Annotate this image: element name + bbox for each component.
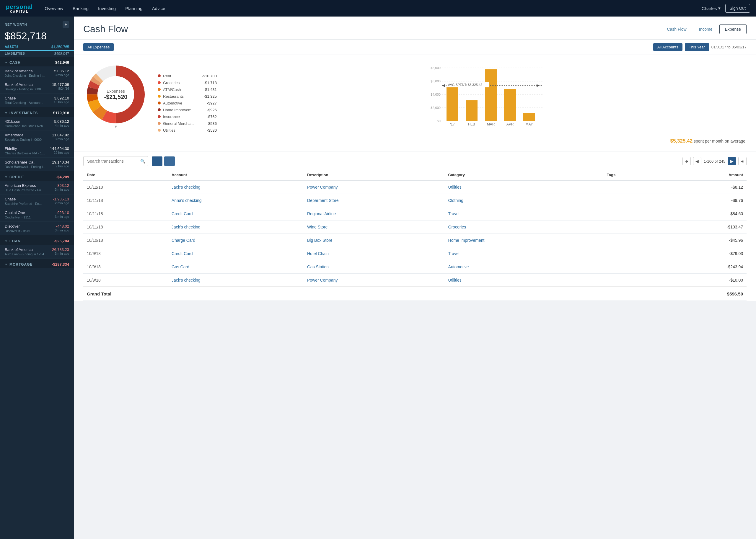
add-account-button[interactable]: + — [63, 21, 69, 28]
this-year-filter[interactable]: This Year — [685, 43, 709, 51]
legend-amount: -$10,700 — [202, 74, 217, 78]
account-name: Bank of America — [5, 69, 33, 73]
legend-item-general-merch: General Mercha... -$536 — [158, 121, 217, 126]
investments-section-title: INVESTMENTS — [5, 111, 38, 115]
nav-advice[interactable]: Advice — [152, 6, 165, 11]
cell-account: Credit Card — [168, 247, 303, 260]
user-menu[interactable]: Charles ▾ — [702, 6, 720, 11]
all-accounts-filter[interactable]: All Accounts — [653, 43, 683, 51]
sidebar-section-mortgage[interactable]: MORTGAGE -$287,334 — [0, 259, 74, 268]
legend-name: General Mercha... — [163, 121, 205, 126]
sidebar-section-credit[interactable]: CREDIT -$4,209 — [0, 171, 74, 181]
legend-amount: -$926 — [207, 108, 217, 112]
svg-text:$0: $0 — [437, 119, 441, 123]
account-capital-one[interactable]: Capital One -923.10 Quicksilver - 1111 3… — [0, 208, 74, 222]
account-time: 2 min ago — [55, 201, 69, 205]
liabilities-label: LIABILITIES — [5, 52, 25, 56]
cell-category: Utilities — [445, 273, 603, 287]
logo-capital: CAPITAL — [6, 10, 33, 13]
account-name: Capital One — [5, 210, 25, 215]
page-first-button[interactable]: ⏮ — [683, 157, 691, 165]
cell-description: Power Company — [303, 180, 445, 194]
avg-label-text: AVG SPENT: $5,325.42 — [448, 83, 482, 87]
list-view-button[interactable] — [152, 156, 162, 166]
table-row[interactable]: 10/12/18 Jack's checking Power Company U… — [83, 180, 747, 194]
account-ameritrade[interactable]: Ameritrade 11,047.92 Securities Ending i… — [0, 130, 74, 144]
table-row[interactable]: 10/9/18 Jack's checking Power Company Ut… — [83, 273, 747, 287]
cell-category: Clothing — [445, 194, 603, 207]
bar-apr — [504, 89, 516, 121]
mortgage-section-title: MORTGAGE — [5, 263, 33, 267]
account-boa-checking[interactable]: Bank of America 5,036.12 Joint Checking … — [0, 66, 74, 80]
cell-amount: -$84.60 — [661, 207, 747, 220]
cell-category: Utilities — [445, 180, 603, 194]
sidebar-section-cash[interactable]: CASH $42,946 — [0, 57, 74, 66]
cell-category: Automotive — [445, 260, 603, 273]
account-sub: Discover It - 9876 — [5, 229, 30, 233]
account-name: Ameritrade — [5, 133, 24, 137]
account-boa-loan[interactable]: Bank of America -26,783.23 Auto Loan - E… — [0, 245, 74, 259]
signout-button[interactable]: Sign Out — [725, 4, 750, 13]
account-name: 401k.com — [5, 119, 21, 124]
donut-center: Expenses -$21,520 — [104, 89, 127, 100]
cell-category: Home Improvement — [445, 234, 603, 247]
table-row[interactable]: 10/10/18 Charge Card Big Box Store Home … — [83, 234, 747, 247]
page-title: Cash Flow — [83, 24, 128, 35]
table-row[interactable]: 10/9/18 Credit Card Hotel Chain Travel -… — [83, 247, 747, 260]
legend-dot — [158, 115, 161, 118]
bar-may — [523, 113, 535, 121]
nav-overview[interactable]: Overview — [44, 6, 63, 11]
account-scholarshare[interactable]: Scholarshare Ca... 19,140.34 Devin Barto… — [0, 158, 74, 171]
tab-income[interactable]: Income — [693, 24, 718, 34]
filter-right: All Accounts This Year 01/01/17 to 05/03… — [653, 43, 747, 51]
tab-expense[interactable]: Expense — [719, 24, 747, 34]
all-expenses-filter[interactable]: All Expenses — [83, 43, 114, 51]
legend-amount: -$1,325 — [204, 94, 217, 99]
account-fidelity[interactable]: Fidelity 144,694.30 Charles Bartowski IR… — [0, 144, 74, 158]
cell-date: 10/12/18 — [83, 180, 168, 194]
legend-name: Home Improvem... — [163, 108, 205, 112]
account-chase-checking[interactable]: Chase 3,692.10 Total Checking - Account.… — [0, 94, 74, 107]
cash-section-title: CASH — [5, 60, 21, 65]
account-discover[interactable]: Discover -448.02 Discover It - 9876 3 mi… — [0, 222, 74, 235]
assets-value: $1,350,765 — [51, 45, 69, 49]
page-last-button[interactable]: ⏭ — [738, 157, 747, 165]
avg-arrow-right — [537, 84, 540, 87]
account-sub: Savings - Ending in 0000 — [5, 87, 41, 91]
account-name: Chase — [5, 197, 16, 201]
svg-text:MAR: MAR — [487, 122, 495, 126]
logo[interactable]: personal CAPITAL — [6, 4, 33, 13]
view-tabs: Cash Flow Income Expense — [661, 24, 747, 34]
nav-banking[interactable]: Banking — [73, 6, 89, 11]
nav-investing[interactable]: Investing — [98, 6, 116, 11]
nav-planning[interactable]: Planning — [125, 6, 142, 11]
account-time: 22 hrs ago — [54, 151, 69, 155]
table-row[interactable]: 10/11/18 Anna's checking Deparment Store… — [83, 194, 747, 207]
account-chase-credit[interactable]: Chase -1,935.13 Sapphire Preferred - En.… — [0, 194, 74, 208]
legend-item-utilities: Utilities -$530 — [158, 128, 217, 132]
account-value: 11,047.92 — [52, 133, 69, 137]
account-boa-savings[interactable]: Bank of America 15,477.09 Savings - Endi… — [0, 80, 74, 94]
account-401k[interactable]: 401k.com 5,036.12 Carmichael Industries … — [0, 117, 74, 130]
table-row[interactable]: 10/9/18 Gas Card Gas Station Automotive … — [83, 260, 747, 273]
page-next-button[interactable]: ▶ — [728, 157, 736, 165]
account-sub: Total Checking - Account... — [5, 101, 43, 105]
account-amex[interactable]: American Express -893.12 Blue Cash Prefe… — [0, 181, 74, 194]
table-row[interactable]: 10/11/18 Jack's checking Wine Store Groc… — [83, 220, 747, 234]
account-time: 8/24/16 — [58, 87, 69, 91]
legend-amount: -$762 — [207, 115, 217, 119]
page-prev-button[interactable]: ◀ — [693, 157, 701, 165]
col-description: Description — [303, 170, 445, 180]
account-time: 3 min ago — [55, 215, 69, 219]
grid-view-button[interactable] — [164, 156, 175, 166]
sidebar-section-loan[interactable]: LOAN -$26,784 — [0, 235, 74, 245]
tab-cashflow[interactable]: Cash Flow — [661, 24, 692, 34]
account-value: 5,036.12 — [54, 69, 69, 73]
transactions-table: Date Account Description Category Tags A… — [83, 170, 747, 301]
donut-chart: Expenses -$21,520 ▾ — [83, 62, 148, 127]
table-row[interactable]: 10/11/18 Credit Card Regional Airline Tr… — [83, 207, 747, 220]
search-input[interactable] — [83, 156, 148, 166]
sidebar-section-investments[interactable]: INVESTMENTS $179,918 — [0, 107, 74, 117]
assets-row: ASSETS $1,350,765 — [0, 44, 74, 51]
legend-name: Insurance — [163, 115, 205, 119]
